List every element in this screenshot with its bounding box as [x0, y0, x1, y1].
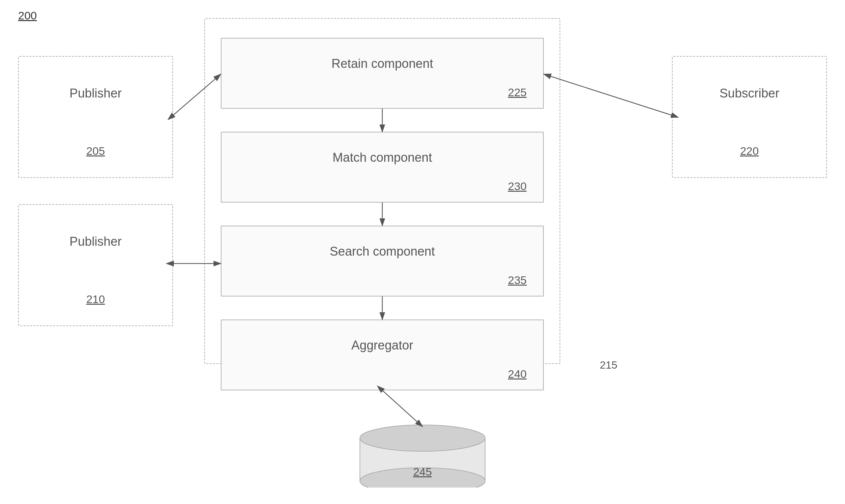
database-245-num: 245 — [413, 466, 432, 478]
aggregator-240-label: Aggregator — [222, 338, 543, 353]
diagram-container: 200 Publisher 205 Publisher 210 Subscrib… — [0, 0, 845, 504]
arrow-subscriber-retain — [544, 74, 672, 115]
diagram-id-label: 200 — [18, 9, 37, 22]
box-match-230: Match component 230 — [221, 132, 544, 203]
box-aggregator-240: Aggregator 240 — [221, 320, 544, 390]
system-215-label: 215 — [600, 359, 617, 371]
box-subscriber-220: Subscriber 220 — [672, 56, 827, 178]
box-publisher-205: Publisher 205 — [18, 56, 173, 178]
publisher-205-num: 205 — [86, 145, 105, 158]
match-230-num: 230 — [508, 180, 527, 193]
box-publisher-210: Publisher 210 — [18, 204, 173, 326]
aggregator-240-num: 240 — [508, 367, 527, 380]
database-245: 245 — [357, 422, 488, 488]
subscriber-220-label: Subscriber — [673, 86, 826, 101]
publisher-210-label: Publisher — [19, 235, 172, 249]
subscriber-220-num: 220 — [740, 145, 759, 158]
publisher-210-num: 210 — [86, 293, 105, 306]
publisher-205-label: Publisher — [19, 86, 172, 101]
arrow-aggregator-db — [382, 390, 423, 427]
box-search-235: Search component 235 — [221, 226, 544, 296]
search-235-label: Search component — [222, 245, 543, 258]
svg-point-1 — [360, 425, 485, 451]
search-235-num: 235 — [508, 274, 527, 287]
box-retain-225: Retain component 225 — [221, 38, 544, 109]
match-230-label: Match component — [222, 150, 543, 165]
retain-225-label: Retain component — [222, 57, 543, 71]
retain-225-num: 225 — [508, 86, 527, 99]
